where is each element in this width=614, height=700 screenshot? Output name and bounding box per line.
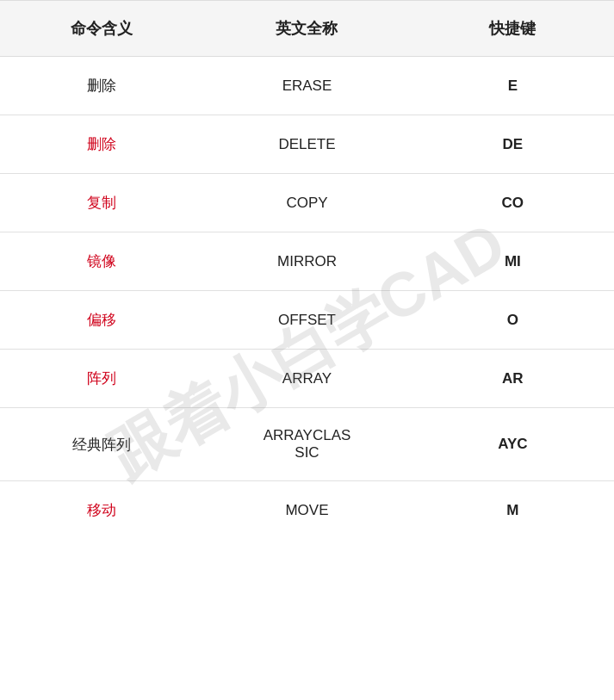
header-english: 英文全称 bbox=[202, 1, 411, 57]
cell-english: DELETE bbox=[202, 115, 411, 174]
cell-meaning: 阵列 bbox=[0, 350, 202, 408]
cell-shortcut: AYC bbox=[412, 408, 614, 481]
table-row: 经典阵列ARRAYCLASSICAYC bbox=[0, 408, 614, 481]
cell-shortcut: CO bbox=[412, 174, 614, 232]
cell-shortcut: MI bbox=[412, 232, 614, 291]
cell-shortcut: M bbox=[412, 481, 614, 540]
cell-meaning: 移动 bbox=[0, 481, 202, 540]
table-container: 命令含义 英文全称 快捷键 删除ERASEE删除DELETEDE复制COPYCO… bbox=[0, 0, 614, 539]
table-row: 复制COPYCO bbox=[0, 174, 614, 232]
table-header-row: 命令含义 英文全称 快捷键 bbox=[0, 1, 614, 57]
shortcut-table: 命令含义 英文全称 快捷键 删除ERASEE删除DELETEDE复制COPYCO… bbox=[0, 0, 614, 539]
cell-shortcut: E bbox=[412, 57, 614, 115]
cell-meaning: 删除 bbox=[0, 57, 202, 115]
cell-shortcut: AR bbox=[412, 350, 614, 408]
cell-shortcut: O bbox=[412, 291, 614, 350]
cell-english: ERASE bbox=[202, 57, 411, 115]
cell-shortcut: DE bbox=[412, 115, 614, 174]
table-row: 删除DELETEDE bbox=[0, 115, 614, 174]
cell-meaning: 镜像 bbox=[0, 232, 202, 291]
cell-english: ARRAYCLASSIC bbox=[202, 408, 411, 481]
cell-english: MOVE bbox=[202, 481, 411, 540]
cell-english: COPY bbox=[202, 174, 411, 232]
cell-meaning: 经典阵列 bbox=[0, 408, 202, 481]
table-row: 镜像MIRRORMI bbox=[0, 232, 614, 291]
cell-english: ARRAY bbox=[202, 350, 411, 408]
cell-english: OFFSET bbox=[202, 291, 411, 350]
table-row: 删除ERASEE bbox=[0, 57, 614, 115]
table-row: 移动MOVEM bbox=[0, 481, 614, 540]
cell-english: MIRROR bbox=[202, 232, 411, 291]
header-shortcut: 快捷键 bbox=[412, 1, 614, 57]
cell-meaning: 偏移 bbox=[0, 291, 202, 350]
cell-meaning: 复制 bbox=[0, 174, 202, 232]
table-row: 偏移OFFSETO bbox=[0, 291, 614, 350]
table-row: 阵列ARRAYAR bbox=[0, 350, 614, 408]
header-meaning: 命令含义 bbox=[0, 1, 202, 57]
cell-meaning: 删除 bbox=[0, 115, 202, 174]
